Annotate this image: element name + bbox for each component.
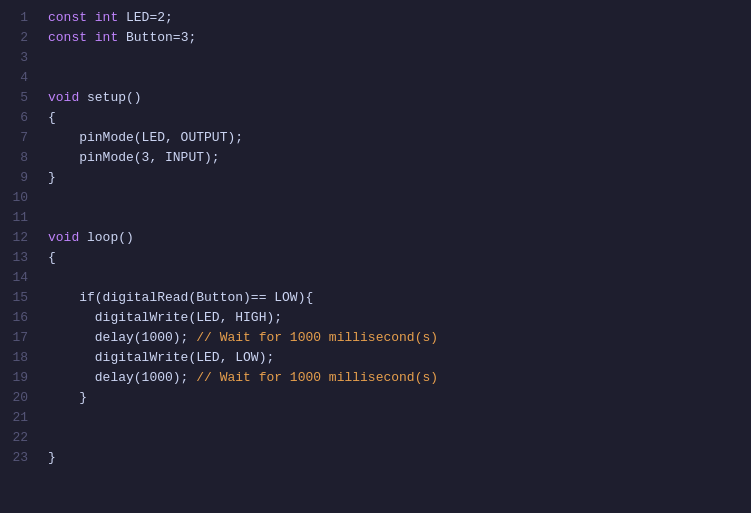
code-token: }	[48, 450, 56, 465]
line-number: 13	[8, 248, 28, 268]
code-token: void	[48, 90, 79, 105]
code-line	[48, 428, 751, 448]
line-number: 14	[8, 268, 28, 288]
line-number: 3	[8, 48, 28, 68]
line-number: 15	[8, 288, 28, 308]
code-line: pinMode(3, INPUT);	[48, 148, 751, 168]
line-number: 16	[8, 308, 28, 328]
code-token: int	[95, 30, 118, 45]
code-line: pinMode(LED, OUTPUT);	[48, 128, 751, 148]
code-line: {	[48, 108, 751, 128]
code-token: void	[48, 230, 79, 245]
line-number: 22	[8, 428, 28, 448]
line-number: 9	[8, 168, 28, 188]
code-token: // Wait for 1000 millisecond(s)	[196, 370, 438, 385]
code-token: delay(1000);	[48, 330, 196, 345]
code-line: }	[48, 448, 751, 468]
code-line: digitalWrite(LED, LOW);	[48, 348, 751, 368]
code-token: if(digitalRead(Button)== LOW){	[48, 290, 313, 305]
code-token: digitalWrite(LED, HIGH);	[48, 310, 282, 325]
code-line: digitalWrite(LED, HIGH);	[48, 308, 751, 328]
line-number: 6	[8, 108, 28, 128]
code-line	[48, 268, 751, 288]
code-editor: 1234567891011121314151617181920212223 co…	[0, 0, 751, 513]
line-number: 21	[8, 408, 28, 428]
line-numbers: 1234567891011121314151617181920212223	[0, 0, 40, 513]
code-line: void loop()	[48, 228, 751, 248]
code-token: {	[48, 110, 56, 125]
code-line: void setup()	[48, 88, 751, 108]
line-number: 8	[8, 148, 28, 168]
code-token: Button=3;	[118, 30, 196, 45]
line-number: 19	[8, 368, 28, 388]
code-line	[48, 188, 751, 208]
code-token: {	[48, 250, 56, 265]
line-number: 10	[8, 188, 28, 208]
code-token: const	[48, 30, 95, 45]
line-number: 2	[8, 28, 28, 48]
code-token: pinMode(3, INPUT);	[48, 150, 220, 165]
code-line	[48, 68, 751, 88]
code-line: delay(1000); // Wait for 1000 millisecon…	[48, 368, 751, 388]
code-line	[48, 408, 751, 428]
code-token: digitalWrite(LED, LOW);	[48, 350, 274, 365]
code-line: }	[48, 168, 751, 188]
line-number: 7	[8, 128, 28, 148]
code-line: const int LED=2;	[48, 8, 751, 28]
code-token: const	[48, 10, 95, 25]
line-number: 20	[8, 388, 28, 408]
line-number: 23	[8, 448, 28, 468]
line-number: 18	[8, 348, 28, 368]
line-number: 17	[8, 328, 28, 348]
code-token: // Wait for 1000 millisecond(s)	[196, 330, 438, 345]
code-line: if(digitalRead(Button)== LOW){	[48, 288, 751, 308]
code-line: }	[48, 388, 751, 408]
code-line	[48, 208, 751, 228]
code-token: loop()	[79, 230, 134, 245]
line-number: 11	[8, 208, 28, 228]
line-number: 1	[8, 8, 28, 28]
code-token: LED=2;	[118, 10, 173, 25]
line-number: 12	[8, 228, 28, 248]
line-number: 4	[8, 68, 28, 88]
code-line	[48, 48, 751, 68]
code-token: delay(1000);	[48, 370, 196, 385]
code-token: }	[48, 390, 87, 405]
code-line: const int Button=3;	[48, 28, 751, 48]
code-area[interactable]: const int LED=2;const int Button=3; void…	[40, 0, 751, 513]
code-token: int	[95, 10, 118, 25]
code-token: pinMode(LED, OUTPUT);	[48, 130, 243, 145]
code-token: }	[48, 170, 56, 185]
code-line: delay(1000); // Wait for 1000 millisecon…	[48, 328, 751, 348]
line-number: 5	[8, 88, 28, 108]
code-token: setup()	[79, 90, 141, 105]
code-line: {	[48, 248, 751, 268]
